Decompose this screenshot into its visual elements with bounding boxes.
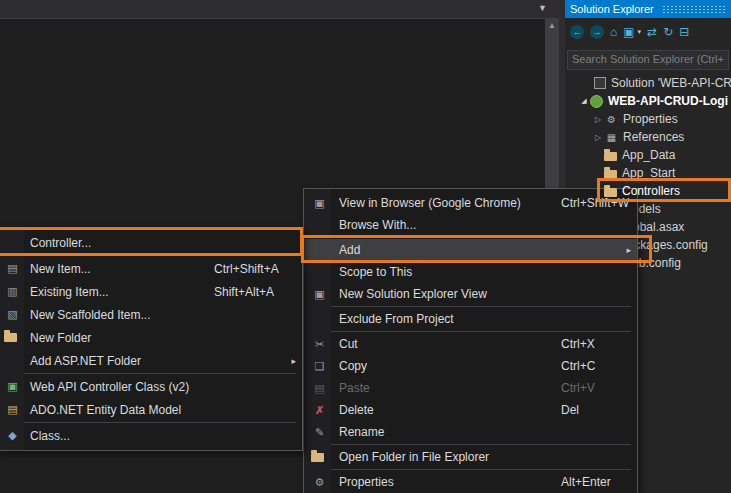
tree-item-controllers[interactable]: Controllers [565, 182, 731, 200]
menu-item-copy[interactable]: ❏ Copy Ctrl+C [304, 355, 637, 377]
visual-studio-window: ▼ ▲ Solution Explorer ← → ⌂ ▣ ▾ ⇄ ↻ ⊟ Se… [0, 0, 731, 493]
menu-item-label: Scope to This [339, 265, 412, 279]
menu-separator [310, 331, 631, 332]
collapse-all-icon[interactable]: ⊟ [679, 25, 689, 39]
project-icon [590, 95, 603, 108]
menu-shortcut: Ctrl+X [561, 337, 595, 351]
sync-with-active-document-icon[interactable]: ⇄ [647, 25, 657, 39]
document-tab-strip: ▼ [0, 0, 560, 18]
menu-item-label: Rename [339, 425, 384, 439]
menu-item-label: View in Browser (Google Chrome) [339, 196, 521, 210]
submenu-item-web-api-controller-class[interactable]: ▣ Web API Controller Class (v2) [0, 375, 302, 398]
tree-item-label: Properties [623, 112, 678, 126]
solution-icon [594, 77, 606, 89]
tree-item-app-start[interactable]: App_Start [565, 164, 731, 182]
menu-item-cut[interactable]: ✂ Cut Ctrl+X [304, 333, 637, 355]
menu-item-paste[interactable]: ▤ Paste Ctrl+V [304, 377, 637, 399]
menu-item-add[interactable]: Add ▸ [304, 239, 637, 261]
back-icon[interactable]: ← [570, 25, 584, 39]
menu-item-label: Copy [339, 359, 367, 373]
refresh-icon[interactable]: ↻ [663, 25, 673, 39]
search-input[interactable]: Search Solution Explorer (Ctrl+ [567, 50, 729, 70]
folder-icon [604, 152, 617, 161]
submenu-arrow-icon: ▸ [291, 356, 296, 366]
menu-separator [310, 237, 631, 238]
scroll-up-icon[interactable]: ▲ [545, 18, 559, 30]
menu-item-scope-to-this[interactable]: Scope to This [304, 261, 637, 283]
tree-item-label: References [623, 130, 684, 144]
menu-shortcut: Ctrl+V [561, 381, 595, 395]
tree-item-app-data[interactable]: App_Data [565, 146, 731, 164]
wrench-icon: ⚙ [604, 114, 619, 125]
expanded-arrow-icon[interactable]: ◢ [578, 97, 590, 105]
menu-item-label: Cut [339, 337, 358, 351]
rename-icon: ✎ [311, 426, 328, 439]
scope-dropdown-icon[interactable]: ▾ [638, 28, 642, 36]
menu-item-delete[interactable]: ✗ Delete Del [304, 399, 637, 421]
menu-shortcut: Ctrl+Shift+A [214, 262, 279, 276]
copy-icon: ❏ [311, 360, 328, 373]
menu-item-new-solution-explorer-view[interactable]: ▣ New Solution Explorer View [304, 283, 637, 305]
tree-item-label: WEB-API-CRUD-Logi [608, 94, 728, 108]
tree-item-label: App_Start [622, 166, 675, 180]
web-api-controller-icon: ▣ [4, 380, 21, 393]
menu-item-label: Delete [339, 403, 374, 417]
tree-item-references[interactable]: ▷ ▦ References [565, 128, 731, 146]
folder-icon [604, 170, 617, 179]
tree-item-project[interactable]: ◢ WEB-API-CRUD-Logi [565, 92, 731, 110]
menu-item-label: Web API Controller Class (v2) [30, 380, 189, 394]
open-folder-icon [311, 451, 328, 464]
menu-separator [3, 422, 296, 423]
folder-icon [604, 188, 617, 197]
submenu-item-new-folder[interactable]: New Folder [0, 326, 302, 349]
menu-item-exclude-from-project[interactable]: Exclude From Project [304, 308, 637, 330]
menu-item-label: New Item... [30, 262, 91, 276]
tree-item-solution[interactable]: Solution 'WEB-API-CRUD- [565, 74, 731, 92]
menu-shortcut: Alt+Enter [561, 475, 611, 489]
scope-icon[interactable]: ▣ [623, 25, 634, 39]
submenu-item-new-item[interactable]: ▤ New Item... Ctrl+Shift+A [0, 257, 302, 280]
menu-item-label: Browse With... [339, 218, 416, 232]
forward-icon[interactable]: → [590, 25, 604, 39]
menu-separator [3, 373, 296, 374]
home-icon[interactable]: ⌂ [610, 25, 617, 39]
menu-separator [310, 306, 631, 307]
menu-item-label: Add ASP.NET Folder [30, 354, 141, 368]
solution-explorer-view-icon: ▣ [311, 288, 328, 301]
tree-item-label: Solution 'WEB-API-CRUD- [611, 76, 731, 90]
menu-item-label: Open Folder in File Explorer [339, 450, 489, 464]
menu-item-label: Paste [339, 381, 370, 395]
submenu-item-new-scaffolded-item[interactable]: ▧ New Scaffolded Item... [0, 303, 302, 326]
search-placeholder: Search Solution Explorer (Ctrl+ [572, 53, 724, 65]
menu-item-browse-with[interactable]: Browse With... [304, 214, 637, 236]
new-folder-icon [4, 331, 21, 344]
submenu-item-class[interactable]: ◆ Class... [0, 424, 302, 447]
menu-item-properties[interactable]: ⚙ Properties Alt+Enter [304, 471, 637, 493]
panel-title: Solution Explorer [570, 3, 654, 15]
submenu-item-ado-net-entity-data-model[interactable]: ▤ ADO.NET Entity Data Model [0, 398, 302, 421]
collapsed-arrow-icon[interactable]: ▷ [592, 133, 604, 142]
class-icon: ◆ [4, 429, 21, 442]
menu-item-label: ADO.NET Entity Data Model [30, 403, 181, 417]
paste-icon: ▤ [311, 382, 328, 395]
menu-item-label: New Solution Explorer View [339, 287, 487, 301]
collapsed-arrow-icon[interactable]: ▷ [592, 115, 604, 124]
menu-item-label: New Scaffolded Item... [30, 308, 151, 322]
document-dropdown-icon[interactable]: ▼ [538, 3, 547, 13]
solution-explorer-titlebar[interactable]: Solution Explorer [565, 0, 731, 18]
submenu-item-controller[interactable]: Controller... [0, 231, 302, 254]
tree-item-label: App_Data [622, 148, 675, 162]
submenu-item-existing-item[interactable]: ▥ Existing Item... Shift+Alt+A [0, 280, 302, 303]
menu-item-open-folder-in-file-explorer[interactable]: Open Folder in File Explorer [304, 446, 637, 468]
menu-item-label: Properties [339, 475, 394, 489]
context-menu: ▣ View in Browser (Google Chrome) Ctrl+S… [303, 188, 638, 493]
submenu-arrow-icon: ▸ [626, 245, 631, 255]
menu-item-label: Exclude From Project [339, 312, 454, 326]
tree-item-properties[interactable]: ▷ ⚙ Properties [565, 110, 731, 128]
browser-window-icon: ▣ [311, 197, 328, 210]
menu-item-rename[interactable]: ✎ Rename [304, 421, 637, 443]
delete-icon: ✗ [311, 404, 328, 417]
drag-handle-dots [662, 5, 727, 14]
menu-item-label: Controller... [30, 236, 91, 250]
submenu-item-add-aspnet-folder[interactable]: Add ASP.NET Folder ▸ [0, 349, 302, 372]
